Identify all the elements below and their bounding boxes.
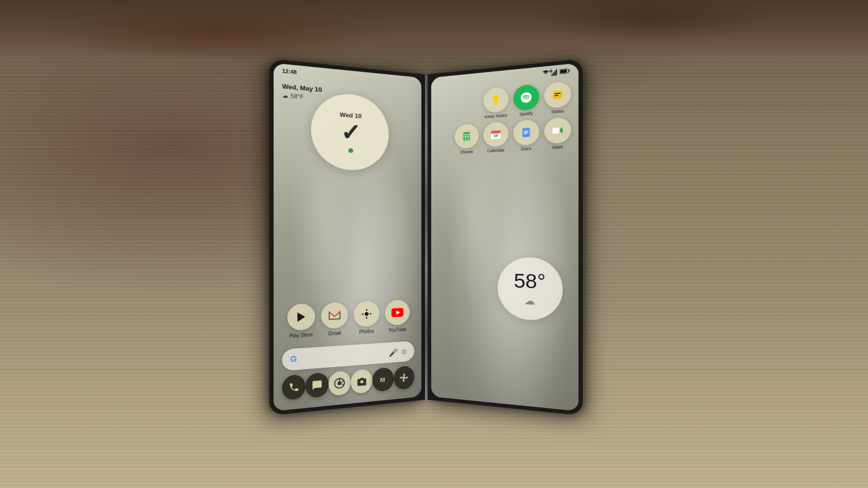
- youtube-icon[interactable]: [385, 300, 410, 325]
- docs-label: Docs: [521, 146, 532, 152]
- keep-label: Keep Notes: [485, 113, 507, 119]
- dock-moto[interactable]: M: [373, 367, 394, 392]
- app-meet[interactable]: Meet: [544, 117, 571, 150]
- app-play-store[interactable]: Play Store: [288, 303, 315, 338]
- gmail-label: Gmail: [328, 330, 341, 336]
- battery-icon: [560, 68, 570, 75]
- weather-info: Wed, May 10 ☁ 58°F: [282, 83, 322, 102]
- app-gmail[interactable]: Gmail: [321, 302, 348, 337]
- right-screen: Keep Notes Spotify: [431, 63, 579, 411]
- signal-icon: [552, 69, 558, 76]
- app-photos[interactable]: Photos: [354, 301, 379, 335]
- app-keep[interactable]: Keep Notes: [483, 87, 508, 119]
- calendar-icon[interactable]: 10: [483, 121, 508, 147]
- app-youtube[interactable]: YouTube: [385, 300, 410, 333]
- svg-point-5: [338, 381, 342, 385]
- spotify-label: Spotify: [519, 111, 533, 117]
- bark-background: [0, 0, 868, 59]
- svg-rect-13: [553, 72, 554, 76]
- meet-icon[interactable]: [544, 117, 571, 144]
- weather-temperature: 58°: [514, 269, 546, 293]
- weather-content: 58° ☁: [514, 269, 546, 308]
- keep-icon[interactable]: [483, 87, 508, 113]
- photos-icon[interactable]: [354, 301, 379, 328]
- phone-right-panel: Keep Notes Spotify: [428, 59, 583, 416]
- app-row-2: Sheets 10 Calendar: [455, 117, 571, 155]
- dock-phone[interactable]: [282, 374, 306, 401]
- svg-rect-14: [554, 71, 555, 76]
- play-store-icon[interactable]: [288, 303, 315, 331]
- clock-check-mark: ✓: [340, 120, 361, 145]
- svg-rect-17: [560, 70, 567, 73]
- app-calendar[interactable]: 10 Calendar: [483, 121, 508, 153]
- search-input-area[interactable]: [301, 353, 385, 359]
- temperature-display: 58°F: [290, 93, 303, 100]
- lens-icon[interactable]: ⊙: [401, 348, 407, 356]
- sheets-label: Sheets: [460, 149, 473, 155]
- cloud-icon: ☁: [282, 92, 288, 99]
- dock-camera[interactable]: [351, 369, 373, 394]
- weather-icon-right: ☁: [514, 294, 546, 308]
- svg-rect-25: [463, 132, 470, 141]
- calendar-label: Calendar: [487, 148, 505, 153]
- svg-marker-0: [297, 312, 305, 322]
- mic-icon[interactable]: 🎤: [389, 347, 398, 357]
- left-screen: 12:48 Wed, May 10 ☁ 58°F Wed 10 ✓: [274, 63, 421, 411]
- phone-left-panel: 12:48 Wed, May 10 ☁ 58°F Wed 10 ✓: [269, 59, 425, 416]
- dock-chrome[interactable]: [329, 371, 351, 396]
- photos-label: Photos: [359, 328, 374, 334]
- clock-dot: [349, 148, 354, 153]
- svg-rect-12: [552, 74, 552, 76]
- svg-point-11: [403, 376, 406, 379]
- svg-marker-38: [560, 127, 563, 133]
- app-slides[interactable]: Slides: [544, 81, 571, 115]
- spotify-icon[interactable]: [513, 84, 539, 111]
- dock-messages[interactable]: [306, 372, 329, 399]
- svg-text:10: 10: [494, 133, 498, 138]
- wifi-icon: [542, 70, 549, 76]
- slides-label: Slides: [551, 108, 564, 114]
- meet-label: Meet: [552, 145, 563, 150]
- google-g-logo: G: [290, 355, 297, 364]
- svg-text:M: M: [380, 376, 385, 383]
- status-time: 12:48: [282, 68, 297, 75]
- app-spotify[interactable]: Spotify: [513, 84, 539, 117]
- app-sheets[interactable]: Sheets: [455, 123, 479, 155]
- status-icons-right: [542, 67, 570, 77]
- svg-rect-15: [556, 69, 557, 75]
- right-app-grid: Keep Notes Spotify: [455, 81, 571, 155]
- clock-date: Wed 10: [340, 111, 362, 119]
- svg-rect-37: [552, 127, 560, 134]
- svg-point-1: [365, 312, 368, 316]
- gmail-icon[interactable]: [321, 302, 348, 329]
- foldable-phone: 12:48 Wed, May 10 ☁ 58°F Wed 10 ✓: [280, 66, 588, 409]
- youtube-label: YouTube: [388, 327, 406, 333]
- docs-icon[interactable]: [513, 119, 539, 146]
- dock-pinwheel[interactable]: [394, 366, 415, 390]
- slides-icon[interactable]: [544, 81, 571, 108]
- sheets-icon[interactable]: [455, 123, 479, 149]
- app-docs[interactable]: Docs: [513, 119, 539, 152]
- svg-rect-18: [569, 70, 570, 72]
- svg-rect-20: [495, 100, 497, 104]
- svg-rect-22: [553, 91, 562, 99]
